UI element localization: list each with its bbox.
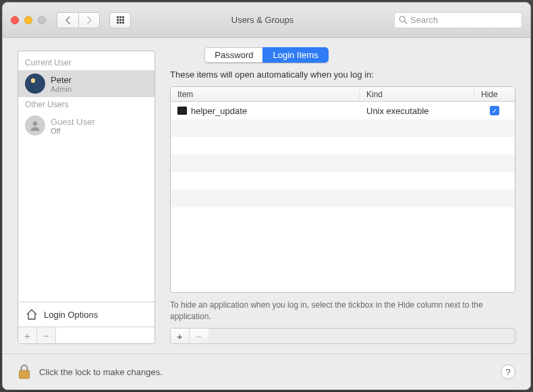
- nav-buttons: [57, 12, 100, 28]
- hide-hint: To hide an application when you log in, …: [170, 300, 515, 323]
- tab-segmented-control: Password Login Items: [204, 47, 328, 63]
- login-items-table: Item Kind Hide helper_update Unix execut…: [170, 86, 515, 293]
- sidebar-header-other: Other Users: [18, 97, 155, 112]
- footer: Click the lock to make changes. ?: [3, 354, 530, 389]
- person-icon: [25, 115, 45, 136]
- search-placeholder: Search: [410, 15, 438, 25]
- tab-login-items[interactable]: Login Items: [262, 47, 328, 63]
- svg-rect-3: [20, 370, 30, 379]
- search-icon: [399, 16, 408, 24]
- user-name: Guest User: [51, 117, 95, 127]
- user-role: Admin: [51, 85, 72, 93]
- sidebar-user-guest[interactable]: Guest User Off: [18, 112, 155, 139]
- items-add-remove: + −: [170, 328, 515, 344]
- avatar-icon: [25, 74, 45, 94]
- search-input[interactable]: Search: [394, 12, 522, 28]
- back-button[interactable]: [57, 12, 78, 28]
- add-item-button[interactable]: +: [171, 329, 190, 343]
- hide-checkbox[interactable]: ✓: [490, 106, 499, 115]
- user-role: Off: [51, 127, 95, 135]
- login-options-button[interactable]: Login Options: [18, 302, 155, 327]
- item-name: helper_update: [191, 106, 247, 116]
- help-button[interactable]: ?: [501, 364, 515, 379]
- window-title: Users & Groups: [136, 15, 389, 25]
- chevron-left-icon: [65, 16, 71, 24]
- show-all-button[interactable]: [109, 12, 131, 28]
- header-item[interactable]: Item: [171, 90, 360, 99]
- lock-text: Click the lock to make changes.: [39, 367, 493, 377]
- lock-icon[interactable]: [18, 364, 31, 380]
- chevron-right-icon: [86, 16, 92, 24]
- item-kind: Unix executable: [360, 106, 474, 116]
- header-kind[interactable]: Kind: [360, 90, 474, 99]
- login-options-label: Login Options: [44, 310, 98, 320]
- tab-password[interactable]: Password: [204, 47, 262, 63]
- sidebar-header-current: Current User: [18, 55, 155, 70]
- table-row[interactable]: helper_update Unix executable ✓: [171, 102, 515, 119]
- remove-item-button: −: [190, 329, 208, 343]
- executable-icon: [177, 107, 187, 115]
- user-name: Peter: [51, 75, 72, 85]
- add-user-button: +: [18, 327, 37, 343]
- user-sidebar: Current User Peter Admin Other Users: [18, 51, 155, 344]
- explain-text: These items will open automatically when…: [170, 69, 515, 80]
- traffic-lights: [11, 16, 46, 24]
- minimize-window-button[interactable]: [24, 16, 32, 24]
- login-items-pane: These items will open automatically when…: [170, 69, 515, 344]
- header-hide[interactable]: Hide: [474, 90, 515, 99]
- close-window-button[interactable]: [11, 16, 19, 24]
- question-icon: ?: [505, 367, 510, 377]
- maximize-window-button: [38, 16, 46, 24]
- house-icon: [25, 308, 38, 321]
- titlebar: Users & Groups Search: [3, 3, 530, 38]
- preferences-window: Users & Groups Search Password Login Ite…: [2, 2, 531, 390]
- sidebar-user-peter[interactable]: Peter Admin: [18, 70, 155, 97]
- check-icon: ✓: [492, 107, 497, 115]
- remove-user-button: −: [37, 327, 56, 343]
- table-header: Item Kind Hide: [171, 87, 515, 102]
- grid-icon: [117, 16, 124, 24]
- content-area: Password Login Items Current User Peter …: [3, 38, 530, 354]
- main-area: Current User Peter Admin Other Users: [3, 69, 530, 354]
- table-body: helper_update Unix executable ✓: [171, 102, 515, 225]
- sidebar-add-remove: + −: [18, 327, 155, 343]
- svg-point-2: [33, 121, 37, 125]
- forward-button[interactable]: [78, 12, 100, 28]
- svg-line-1: [404, 21, 407, 24]
